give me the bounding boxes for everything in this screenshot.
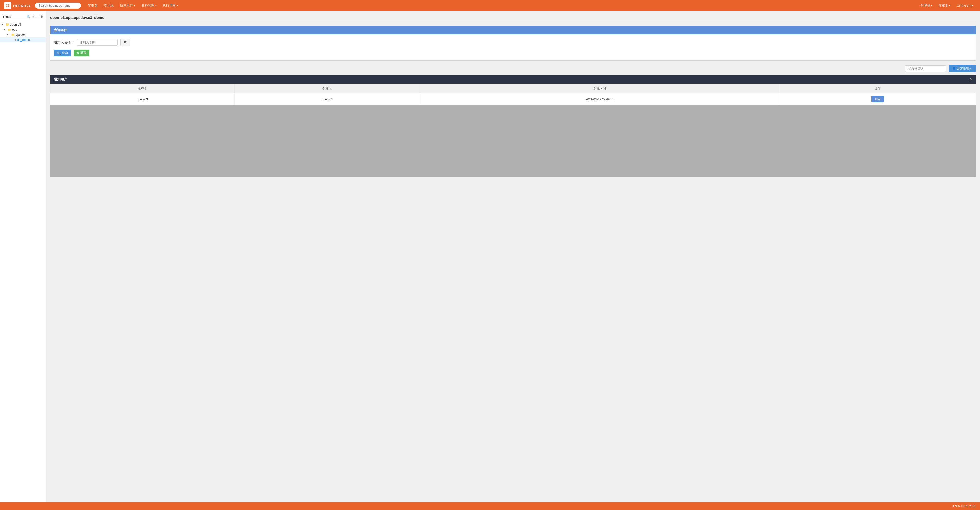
tree-label: ops xyxy=(12,28,17,32)
add-alert-button[interactable]: 👤 添加报警人 xyxy=(948,65,976,72)
topnav-right: 管理员 连接器 OPEN-C3 xyxy=(918,2,976,9)
notifier-label: 通知人名称： xyxy=(54,40,74,44)
add-alert-input[interactable] xyxy=(905,65,946,72)
sidebar-tree: ▾ 📁 open-c3 ▾ 📁 ops ▾ 📁 opsdev ≡ c3_demo xyxy=(0,21,46,44)
minus-icon[interactable]: − xyxy=(36,15,38,19)
nav-open-c3[interactable]: OPEN-C3 xyxy=(954,3,976,9)
table-row: open-c3 open-c3 2021-03-29 22:49:55 删除 xyxy=(50,94,976,105)
data-table: 账户名 创建人 创建时间 操作 open-c3 open-c3 2021-03-… xyxy=(50,84,976,105)
sidebar-title: TREE xyxy=(3,15,12,19)
file-icon: ≡ xyxy=(15,38,16,41)
table-panel-header: 通知用户 ↻ xyxy=(50,75,976,84)
folder-icon: 📁 xyxy=(11,33,15,37)
nav-dashboard[interactable]: 仪表盘 xyxy=(85,2,100,9)
col-created-at: 创建时间 xyxy=(420,84,780,94)
nav-exec-history[interactable]: 执行历史 xyxy=(160,2,181,9)
nav-admin[interactable]: 管理员 xyxy=(918,2,935,9)
search-actions: 🔍 查询 ↻ 重置 xyxy=(54,49,972,56)
folder-icon: 📁 xyxy=(6,23,9,26)
layout: TREE 🔍 + − ↻ ▾ 📁 open-c3 ▾ 📁 ops ▾ 📁 xyxy=(0,11,980,510)
search-panel: 查询条件 通知人名称： 我 🔍 查询 ↻ 重置 xyxy=(50,25,976,61)
search-icon: 🔍 xyxy=(57,51,61,55)
tree-label: opsdev xyxy=(16,33,25,37)
nav-pipeline[interactable]: 流水线 xyxy=(101,2,116,9)
nav-connector[interactable]: 连接器 xyxy=(936,2,953,9)
page-title: open-c3.ops.opsdev.c3_demo xyxy=(50,15,976,22)
tree-label: open-c3 xyxy=(10,23,21,26)
topnav: C3 OPEN-C3 仪表盘 流水线 快速执行 业务管理 执行历史 管理员 连接… xyxy=(0,0,980,11)
table-refresh-icon[interactable]: ↻ xyxy=(969,78,972,81)
tree-item-ops[interactable]: ▾ 📁 ops xyxy=(0,27,46,32)
main-content: open-c3.ops.opsdev.c3_demo 查询条件 通知人名称： 我… xyxy=(46,11,980,510)
refresh-icon[interactable]: ↻ xyxy=(40,15,43,19)
add-alert-row: 👤 添加报警人 xyxy=(50,65,976,72)
form-row-notifier: 通知人名称： 我 xyxy=(54,38,972,46)
add-icon[interactable]: + xyxy=(32,15,35,19)
delete-button[interactable]: 删除 xyxy=(872,96,884,102)
logo-icon: C3 xyxy=(4,2,11,9)
tree-item-c3demo[interactable]: ≡ c3_demo xyxy=(0,37,46,42)
search-panel-body: 通知人名称： 我 🔍 查询 ↻ 重置 xyxy=(50,35,976,60)
tree-label: c3_demo xyxy=(17,38,30,41)
brand-name: OPEN-C3 xyxy=(13,3,30,8)
col-creator: 创建人 xyxy=(234,84,420,94)
sidebar-header: TREE 🔍 + − ↻ xyxy=(0,13,46,21)
search-icon[interactable]: 🔍 xyxy=(26,15,30,19)
col-account: 账户名 xyxy=(50,84,234,94)
cell-action: 删除 xyxy=(780,94,976,105)
notifier-input[interactable] xyxy=(77,39,118,46)
folder-icon: 📁 xyxy=(8,28,11,32)
query-button[interactable]: 🔍 查询 xyxy=(54,49,71,56)
tree-item-opsdev[interactable]: ▾ 📁 opsdev xyxy=(0,32,46,37)
sidebar-icons: 🔍 + − ↻ xyxy=(26,15,43,19)
cell-account: open-c3 xyxy=(50,94,234,105)
tree-toggle: ▾ xyxy=(2,23,5,26)
footer-text: OPEN-C3 © 2021 xyxy=(951,504,976,508)
topnav-menu: 仪表盘 流水线 快速执行 业务管理 执行历史 xyxy=(85,2,181,9)
sidebar: TREE 🔍 + − ↻ ▾ 📁 open-c3 ▾ 📁 ops ▾ 📁 xyxy=(0,11,46,510)
tree-toggle: ▾ xyxy=(7,33,11,36)
table-panel: 通知用户 ↻ 账户名 创建人 创建时间 操作 open-c3 open-c3 2… xyxy=(50,75,976,105)
tree-toggle: ▾ xyxy=(3,28,7,31)
nav-quick-exec[interactable]: 快速执行 xyxy=(117,2,138,9)
cell-created-at: 2021-03-29 22:49:55 xyxy=(420,94,780,105)
table-panel-title: 通知用户 xyxy=(54,77,67,82)
user-icon: 👤 xyxy=(952,67,956,70)
search-panel-header: 查询条件 xyxy=(50,26,976,35)
refresh-icon: ↻ xyxy=(76,51,79,55)
tree-item-open-c3[interactable]: ▾ 📁 open-c3 xyxy=(0,22,46,27)
search-input[interactable] xyxy=(35,3,81,9)
gray-area xyxy=(50,105,976,176)
cell-creator: open-c3 xyxy=(234,94,420,105)
nav-biz-mgmt[interactable]: 业务管理 xyxy=(138,2,159,9)
me-button[interactable]: 我 xyxy=(120,38,130,46)
logo[interactable]: C3 OPEN-C3 xyxy=(4,2,30,9)
reset-button[interactable]: ↻ 重置 xyxy=(73,49,89,56)
footer: OPEN-C3 © 2021 xyxy=(0,502,980,510)
col-action: 操作 xyxy=(780,84,976,94)
